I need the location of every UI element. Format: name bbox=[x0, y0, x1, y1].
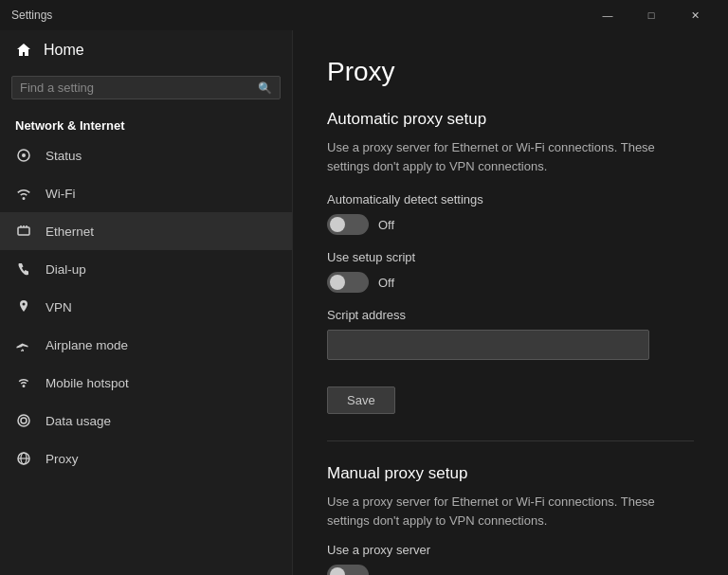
vpn-label: VPN bbox=[46, 300, 72, 314]
ethernet-icon bbox=[15, 223, 32, 240]
use-proxy-thumb bbox=[330, 567, 345, 575]
use-proxy-toggle[interactable] bbox=[327, 565, 369, 575]
titlebar: Settings — □ ✕ bbox=[0, 0, 728, 30]
script-address-label: Script address bbox=[327, 308, 694, 322]
vpn-icon bbox=[15, 298, 32, 315]
use-proxy-label: Use a proxy server bbox=[327, 543, 694, 557]
setup-script-toggle[interactable] bbox=[327, 272, 369, 293]
status-icon bbox=[15, 147, 32, 164]
auto-detect-toggle[interactable] bbox=[327, 214, 369, 235]
proxy-icon bbox=[15, 450, 32, 467]
sidebar-item-vpn[interactable]: VPN bbox=[0, 288, 292, 326]
setup-script-state: Off bbox=[378, 276, 394, 290]
sidebar-item-ethernet[interactable]: Ethernet bbox=[0, 212, 292, 250]
search-input[interactable] bbox=[20, 81, 258, 95]
script-address-row: Script address bbox=[327, 308, 694, 371]
svg-point-1 bbox=[22, 153, 26, 157]
sidebar: Home 🔍 Network & Internet Status bbox=[0, 30, 292, 575]
home-label: Home bbox=[44, 42, 84, 59]
ethernet-label: Ethernet bbox=[46, 225, 94, 239]
sidebar-item-status[interactable]: Status bbox=[0, 136, 292, 174]
auto-detect-state: Off bbox=[378, 218, 394, 232]
status-label: Status bbox=[46, 149, 82, 163]
home-icon bbox=[15, 42, 32, 59]
search-box[interactable]: 🔍 bbox=[11, 76, 281, 99]
sidebar-item-hotspot[interactable]: Mobile hotspot bbox=[0, 364, 292, 402]
hotspot-label: Mobile hotspot bbox=[46, 376, 129, 390]
hotspot-icon bbox=[15, 374, 32, 391]
setup-script-label: Use setup script bbox=[327, 250, 694, 264]
main-layout: Home 🔍 Network & Internet Status bbox=[0, 30, 728, 575]
auto-detect-row: Off bbox=[327, 214, 694, 235]
sidebar-section-title: Network & Internet bbox=[0, 111, 292, 136]
svg-point-6 bbox=[18, 415, 29, 426]
page-title: Proxy bbox=[327, 57, 694, 87]
setup-script-track bbox=[327, 272, 369, 293]
minimize-button[interactable]: — bbox=[586, 0, 629, 30]
svg-rect-2 bbox=[18, 227, 29, 235]
auto-detect-track bbox=[327, 214, 369, 235]
dialup-icon bbox=[15, 261, 32, 278]
dialup-label: Dial-up bbox=[46, 262, 86, 277]
sidebar-item-proxy[interactable]: Proxy bbox=[0, 440, 292, 477]
wifi-icon bbox=[15, 185, 32, 202]
section-divider bbox=[327, 440, 694, 441]
sidebar-item-airplane[interactable]: Airplane mode bbox=[0, 326, 292, 364]
sidebar-item-home[interactable]: Home bbox=[0, 30, 292, 70]
proxy-label: Proxy bbox=[46, 452, 79, 466]
auto-proxy-desc: Use a proxy server for Ethernet or Wi-Fi… bbox=[327, 138, 694, 175]
wifi-label: Wi-Fi bbox=[46, 187, 75, 201]
save-button[interactable]: Save bbox=[327, 386, 395, 414]
setup-script-thumb bbox=[330, 275, 345, 290]
use-proxy-track bbox=[327, 565, 369, 575]
script-address-input[interactable] bbox=[327, 330, 649, 360]
svg-point-7 bbox=[21, 418, 27, 423]
use-proxy-row bbox=[327, 565, 694, 575]
maximize-button[interactable]: □ bbox=[629, 0, 673, 30]
airplane-icon bbox=[15, 336, 32, 353]
auto-proxy-title: Automatic proxy setup bbox=[327, 110, 694, 129]
sidebar-item-dialup[interactable]: Dial-up bbox=[0, 250, 292, 288]
window-controls: — □ ✕ bbox=[586, 0, 717, 30]
manual-proxy-title: Manual proxy setup bbox=[327, 464, 694, 483]
datausage-label: Data usage bbox=[46, 414, 111, 428]
app-title: Settings bbox=[11, 9, 586, 22]
setup-script-row: Off bbox=[327, 272, 694, 293]
auto-detect-thumb bbox=[330, 217, 345, 232]
manual-proxy-desc: Use a proxy server for Ethernet or Wi-Fi… bbox=[327, 493, 694, 530]
sidebar-item-datausage[interactable]: Data usage bbox=[0, 402, 292, 440]
close-button[interactable]: ✕ bbox=[673, 0, 717, 30]
auto-detect-label: Automatically detect settings bbox=[327, 192, 694, 207]
search-icon: 🔍 bbox=[258, 81, 272, 95]
airplane-label: Airplane mode bbox=[46, 338, 128, 352]
sidebar-item-wifi[interactable]: Wi-Fi bbox=[0, 174, 292, 212]
content-area: Proxy Automatic proxy setup Use a proxy … bbox=[292, 30, 728, 575]
datausage-icon bbox=[15, 412, 32, 429]
